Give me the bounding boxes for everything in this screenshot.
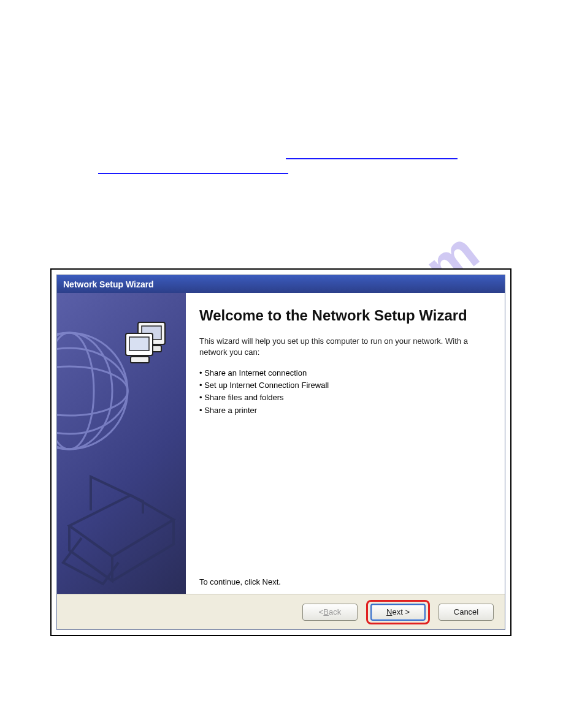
computers-icon (124, 321, 180, 370)
wizard-content-panel: Welcome to the Network Setup Wizard This… (186, 293, 505, 594)
link-placeholder-area (92, 152, 460, 176)
cancel-button[interactable]: Cancel (439, 604, 494, 621)
svg-point-0 (57, 333, 128, 449)
list-item: Share a printer (199, 404, 490, 417)
network-setup-wizard-window: Network Setup Wizard (56, 275, 505, 630)
window-titlebar: Network Setup Wizard (57, 275, 505, 293)
svg-point-2 (57, 348, 128, 434)
list-item: Share an Internet connection (199, 367, 490, 379)
hyperlink-underline (98, 173, 288, 174)
next-button[interactable]: Next > (370, 604, 426, 621)
wizard-body: Welcome to the Network Setup Wizard This… (57, 293, 505, 594)
svg-rect-10 (131, 357, 149, 363)
list-item: Share files and folders (199, 392, 490, 404)
next-button-suffix: ext > (392, 607, 410, 616)
wizard-heading: Welcome to the Network Setup Wizard (199, 306, 490, 325)
wizard-feature-list: Share an Internet connection Set up Inte… (199, 367, 490, 417)
printer-icon (57, 452, 186, 587)
continue-instruction: To continue, click Next. (199, 577, 281, 586)
back-button-suffix: ack (329, 607, 341, 616)
wizard-intro-text: This wizard will help you set up this co… (199, 336, 490, 357)
svg-rect-9 (129, 337, 149, 351)
back-button-accel: B (323, 607, 329, 616)
screenshot-frame: Network Setup Wizard (50, 268, 511, 636)
document-page: manualshive.com Network Setup Wizard (0, 0, 563, 728)
next-button-highlight: Next > (366, 600, 430, 624)
window-title: Network Setup Wizard (63, 279, 154, 289)
cancel-button-label: Cancel (454, 607, 478, 616)
back-button-prefix: < (319, 607, 324, 616)
next-button-accel: N (386, 607, 392, 616)
back-button: < Back (302, 604, 358, 621)
list-item: Set up Internet Connection Firewall (199, 379, 490, 392)
hyperlink-underline (286, 158, 458, 159)
wizard-decorative-panel (57, 293, 186, 594)
wizard-button-row: < Back Next > Cancel (57, 594, 505, 629)
